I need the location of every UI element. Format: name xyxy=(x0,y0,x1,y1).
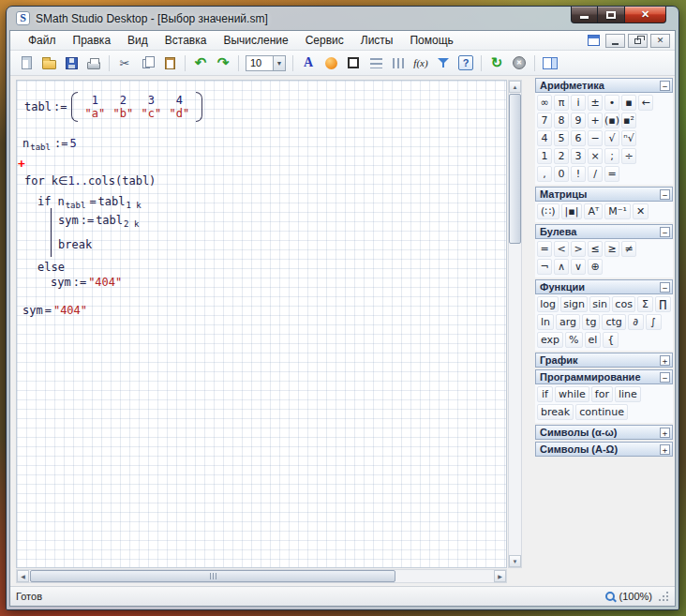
expr-sym-assign[interactable]: sym:=tabl2 k xyxy=(58,214,141,227)
maximize-button[interactable] xyxy=(598,7,624,23)
palette-button[interactable]: ∏ xyxy=(655,296,671,312)
palette-button[interactable]: < xyxy=(554,241,569,257)
collapse-icon[interactable]: − xyxy=(660,372,670,383)
copy-button[interactable] xyxy=(137,53,157,73)
palette-button[interactable]: ⊕ xyxy=(588,259,603,275)
palette-button[interactable]: ∫ xyxy=(646,314,662,330)
align-horizontal-button[interactable] xyxy=(365,53,386,73)
zoom-level[interactable]: (100%) xyxy=(619,591,652,602)
palette-button[interactable]: = xyxy=(604,166,619,182)
palette-button[interactable]: 8 xyxy=(554,113,569,128)
horizontal-scroll-thumb[interactable] xyxy=(30,570,395,582)
palette-button[interactable]: 5 xyxy=(554,130,569,146)
palette-button[interactable]: break xyxy=(537,404,574,420)
combo-dropdown-icon[interactable]: ▼ xyxy=(274,55,286,71)
border-button[interactable] xyxy=(343,53,364,73)
palette-button[interactable]: arg xyxy=(556,314,580,330)
palette-button[interactable]: ≠ xyxy=(621,241,636,257)
palette-button[interactable]: i xyxy=(571,95,586,111)
palette-button[interactable]: = xyxy=(537,241,552,257)
palette-button[interactable]: 0 xyxy=(554,166,569,182)
recalculate-button[interactable]: ↻ xyxy=(486,53,507,73)
collapse-icon[interactable]: − xyxy=(660,227,670,237)
palette-button[interactable]: 9 xyxy=(571,113,586,128)
vertical-scroll-thumb[interactable] xyxy=(509,94,521,244)
panel-header-functions[interactable]: Функции − xyxy=(535,279,673,294)
scroll-right-button[interactable]: ▶ xyxy=(494,570,506,582)
paste-button[interactable] xyxy=(159,53,180,73)
palette-button[interactable]: 7 xyxy=(537,113,552,128)
panel-header-arithmetic[interactable]: Арифметика − xyxy=(535,78,673,93)
open-button[interactable] xyxy=(38,53,59,73)
palette-button[interactable]: π xyxy=(554,95,569,111)
palette-button[interactable]: { xyxy=(603,332,619,348)
palette-button[interactable]: log xyxy=(537,296,559,312)
menu-item[interactable]: Сервис xyxy=(297,32,352,49)
expr-n-definition[interactable]: ntabl:=5 xyxy=(22,137,77,150)
print-button[interactable] xyxy=(83,53,104,73)
palette-button[interactable]: √ xyxy=(604,130,619,146)
palette-button[interactable]: ✕ xyxy=(633,203,649,219)
expand-icon[interactable]: + xyxy=(660,444,670,455)
zoom-icon[interactable] xyxy=(605,592,615,601)
matrix-cell[interactable]: "c" xyxy=(137,107,165,120)
matrix-cell[interactable]: "a" xyxy=(81,107,109,120)
palette-button[interactable]: el xyxy=(585,332,602,348)
expand-icon[interactable]: + xyxy=(660,355,670,366)
filter-button[interactable] xyxy=(433,53,454,73)
palette-button[interactable]: ± xyxy=(588,95,603,111)
palette-button[interactable]: , xyxy=(537,166,552,182)
menu-item[interactable]: Вычисление xyxy=(215,32,296,49)
palette-button[interactable]: (∷) xyxy=(537,203,559,219)
horizontal-scroll-track[interactable] xyxy=(29,570,494,582)
palette-button[interactable]: 1 xyxy=(537,148,552,164)
panel-header-symbols-greek[interactable]: Символы (α-ω) + xyxy=(535,425,673,440)
expr-result[interactable]: sym="404" xyxy=(22,304,87,317)
panel-header-symbols-cyrillic[interactable]: Символы (А-Ω) + xyxy=(535,442,673,457)
menu-item[interactable]: Вид xyxy=(119,32,157,49)
collapse-icon[interactable]: − xyxy=(660,282,670,293)
palette-button[interactable]: × xyxy=(588,148,603,164)
matrix-cell[interactable]: 2 xyxy=(109,94,137,107)
collapse-icon[interactable]: − xyxy=(660,189,670,200)
menu-item[interactable]: Помощь xyxy=(401,32,461,49)
palette-button[interactable]: ÷ xyxy=(621,148,636,164)
palette-button[interactable]: ≤ xyxy=(588,241,603,257)
palette-button[interactable]: / xyxy=(588,166,603,182)
vertical-scroll-track[interactable] xyxy=(509,93,521,555)
expr-else-assign[interactable]: sym:="404" xyxy=(51,276,122,289)
panel-header-matrices[interactable]: Матрицы − xyxy=(535,187,673,202)
palette-button[interactable]: ! xyxy=(571,166,586,182)
font-color-button[interactable]: A xyxy=(298,53,319,73)
palette-button[interactable]: for xyxy=(591,386,613,402)
new-document-button[interactable] xyxy=(16,53,37,73)
expr-for-loop[interactable]: fork∈1..cols(tabl) xyxy=(24,174,156,188)
font-size-value[interactable]: 10 xyxy=(246,55,274,71)
palette-button[interactable]: ← xyxy=(638,95,653,111)
panel-header-programming[interactable]: Программирование − xyxy=(535,369,673,384)
palette-button[interactable]: ▪ xyxy=(621,95,636,111)
insert-function-button[interactable]: f(x) xyxy=(410,53,431,73)
panel-header-boolean[interactable]: Булева − xyxy=(535,224,673,239)
menu-item[interactable]: Вставка xyxy=(157,32,216,49)
palette-button[interactable]: ln xyxy=(537,314,554,330)
redo-button[interactable]: ↷ xyxy=(213,53,233,73)
palette-button[interactable]: ∞ xyxy=(537,95,552,111)
close-button[interactable]: ✕ xyxy=(624,7,666,23)
palette-button[interactable]: ∂ xyxy=(628,314,644,330)
interrupt-button[interactable]: ✕ xyxy=(509,53,529,73)
palette-button[interactable]: ≥ xyxy=(604,241,619,257)
expr-else[interactable]: else xyxy=(37,261,65,274)
palette-button[interactable]: line xyxy=(615,386,641,402)
cut-button[interactable]: ✂ xyxy=(114,53,135,73)
palette-button[interactable]: ∧ xyxy=(554,259,569,275)
expr-tabl-definition[interactable]: tabl:= 1234 "a""b""c""d" xyxy=(24,92,202,122)
worksheet-canvas[interactable]: tabl:= 1234 "a""b""c""d" xyxy=(16,80,507,568)
highlight-button[interactable] xyxy=(321,53,341,73)
palette-button[interactable]: 6 xyxy=(571,130,586,146)
matrix-cell[interactable]: "b" xyxy=(109,107,137,120)
menu-item[interactable]: Листы xyxy=(352,32,402,49)
palette-button[interactable]: (▪) xyxy=(604,113,619,128)
save-button[interactable] xyxy=(61,53,82,73)
horizontal-scrollbar[interactable]: ◀ ▶ xyxy=(16,569,507,583)
